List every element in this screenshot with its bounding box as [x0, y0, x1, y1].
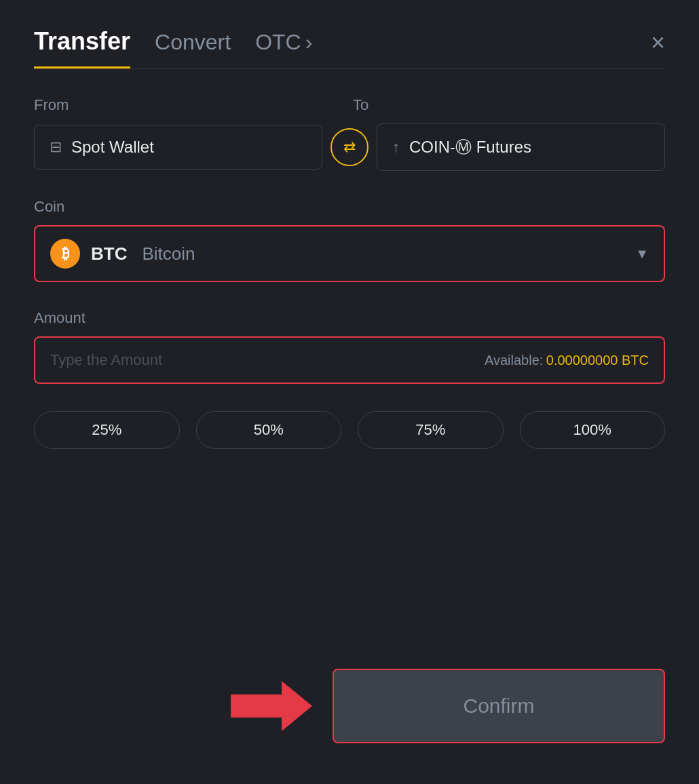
bottom-section: Confirm	[34, 655, 665, 743]
coin-select[interactable]: ₿ BTC Bitcoin ▼	[34, 225, 665, 282]
from-label: From	[34, 96, 346, 114]
tab-transfer[interactable]: Transfer	[34, 27, 130, 68]
confirm-button[interactable]: Confirm	[333, 669, 665, 743]
swap-btn-container: ⇄	[322, 128, 377, 166]
header-divider	[34, 68, 665, 69]
btc-symbol: ₿	[62, 245, 69, 262]
from-wallet-name: Spot Wallet	[71, 138, 154, 157]
percent-50-button[interactable]: 50%	[196, 411, 342, 449]
from-to-labels: From To	[34, 96, 665, 114]
swap-button[interactable]: ⇄	[330, 128, 369, 166]
to-wallet-name: COIN-Ⓜ Futures	[409, 136, 531, 158]
available-amount: 0.00000000 BTC	[546, 353, 649, 368]
amount-input-box[interactable]: Type the Amount Available: 0.00000000 BT…	[34, 336, 665, 384]
amount-section: Amount Type the Amount Available: 0.0000…	[34, 309, 665, 384]
percent-buttons: 25% 50% 75% 100%	[34, 411, 665, 449]
amount-placeholder: Type the Amount	[50, 351, 485, 369]
percent-100-button[interactable]: 100%	[520, 411, 666, 449]
futures-icon: ↑	[392, 138, 400, 156]
otc-chevron-icon: ›	[305, 30, 313, 55]
tab-otc[interactable]: OTC ›	[255, 30, 312, 66]
close-button[interactable]: ×	[651, 31, 665, 66]
coin-section: Coin ₿ BTC Bitcoin ▼	[34, 198, 665, 282]
percent-25-button[interactable]: 25%	[34, 411, 180, 449]
arrow-container	[34, 675, 333, 737]
swap-icon: ⇄	[343, 138, 356, 156]
percent-75-button[interactable]: 75%	[358, 411, 504, 449]
svg-marker-0	[231, 681, 312, 731]
wallet-icon: ⊟	[50, 138, 62, 156]
coin-ticker: BTC	[91, 243, 127, 264]
from-wallet-box[interactable]: ⊟ Spot Wallet	[34, 125, 322, 170]
coin-label: Coin	[34, 198, 665, 216]
coin-fullname: Bitcoin	[142, 243, 195, 264]
modal-header: Transfer Convert OTC › ×	[34, 27, 665, 68]
chevron-down-icon: ▼	[635, 246, 649, 262]
from-to-row: ⊟ Spot Wallet ⇄ ↑ COIN-Ⓜ Futures	[34, 123, 665, 171]
available-label: Available:	[485, 353, 543, 368]
tab-convert[interactable]: Convert	[155, 30, 231, 66]
to-label: To	[346, 96, 665, 114]
to-wallet-box[interactable]: ↑ COIN-Ⓜ Futures	[377, 123, 665, 171]
arrow-icon	[231, 675, 312, 737]
amount-label: Amount	[34, 309, 665, 327]
transfer-modal: Transfer Convert OTC › × From To ⊟ Spot …	[0, 0, 699, 784]
btc-icon: ₿	[50, 239, 80, 269]
